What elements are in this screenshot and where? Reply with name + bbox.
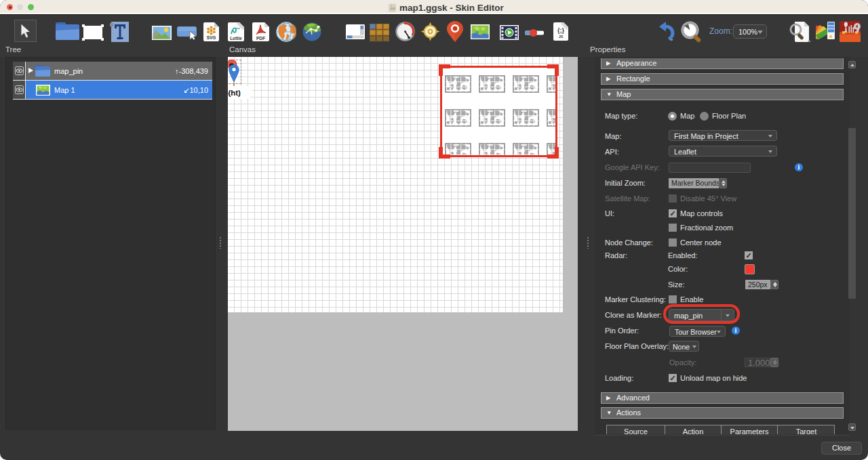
svg-text:JS: JS: [559, 35, 564, 39]
svg-text:Lottie: Lottie: [230, 36, 242, 41]
svg-text:{;}: {;}: [557, 27, 564, 34]
svg-text:SVG: SVG: [207, 35, 216, 40]
svg-text:PDF: PDF: [256, 36, 265, 41]
